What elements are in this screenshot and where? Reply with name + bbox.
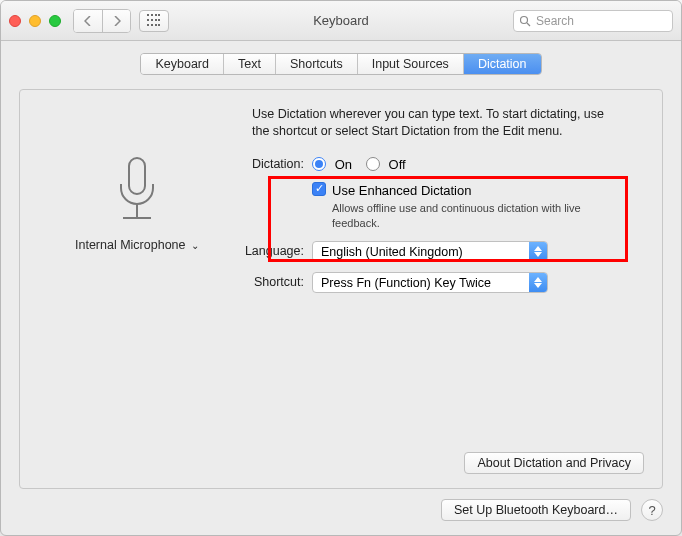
dictation-off-label: Off [389, 157, 406, 172]
dictation-panel: Use Dictation wherever you can type text… [19, 89, 663, 489]
shortcut-label: Shortcut: [232, 272, 312, 289]
enhanced-dictation-desc: Allows offline use and continuous dictat… [332, 201, 622, 231]
select-arrows-icon [529, 242, 547, 261]
back-button[interactable] [74, 10, 102, 32]
shortcut-value: Press Fn (Function) Key Twice [313, 276, 529, 290]
bluetooth-keyboard-button[interactable]: Set Up Bluetooth Keyboard… [441, 499, 631, 521]
tab-bar: Keyboard Text Shortcuts Input Sources Di… [19, 53, 663, 75]
search-wrap [513, 10, 673, 32]
tab-keyboard[interactable]: Keyboard [141, 54, 224, 74]
chevron-down-icon: ⌄ [191, 240, 199, 251]
dictation-label: Dictation: [232, 154, 312, 171]
microphone-label: Internal Microphone [75, 238, 185, 252]
dictation-on-label: On [335, 157, 352, 172]
enhanced-dictation-label: Use Enhanced Dictation [332, 182, 622, 200]
microphone-select[interactable]: Internal Microphone ⌄ [42, 238, 232, 252]
chevron-left-icon [84, 16, 92, 26]
titlebar: Keyboard [1, 1, 681, 41]
bottom-bar: Set Up Bluetooth Keyboard… ? [19, 489, 663, 521]
shortcut-select[interactable]: Press Fn (Function) Key Twice [312, 272, 548, 293]
chevron-right-icon [113, 16, 121, 26]
maximize-icon[interactable] [49, 15, 61, 27]
tab-text[interactable]: Text [224, 54, 276, 74]
grid-icon [147, 14, 161, 28]
dictation-off-radio[interactable] [366, 157, 380, 171]
svg-line-1 [527, 23, 530, 26]
minimize-icon[interactable] [29, 15, 41, 27]
tab-dictation[interactable]: Dictation [464, 54, 541, 74]
tab-shortcuts[interactable]: Shortcuts [276, 54, 358, 74]
dictation-on-radio[interactable] [312, 157, 326, 171]
svg-rect-2 [129, 158, 145, 194]
form-column: Dictation: On Off [232, 154, 640, 303]
tab-input-sources[interactable]: Input Sources [358, 54, 464, 74]
language-value: English (United Kingdom) [313, 245, 529, 259]
language-label: Language: [232, 241, 312, 258]
microphone-column: Internal Microphone ⌄ [42, 154, 232, 303]
nav-buttons [73, 9, 131, 33]
enhanced-dictation-checkbox[interactable]: ✓ [312, 182, 326, 196]
microphone-icon [109, 154, 165, 234]
select-arrows-icon [529, 273, 547, 292]
preferences-window: Keyboard Keyboard Text Shortcuts Input S… [0, 0, 682, 536]
svg-point-0 [521, 16, 528, 23]
intro-text: Use Dictation wherever you can type text… [252, 106, 620, 140]
search-icon [519, 15, 531, 27]
forward-button[interactable] [102, 10, 130, 32]
window-controls [9, 15, 61, 27]
content: Keyboard Text Shortcuts Input Sources Di… [1, 41, 681, 535]
help-button[interactable]: ? [641, 499, 663, 521]
language-select[interactable]: English (United Kingdom) [312, 241, 548, 262]
show-all-button[interactable] [139, 10, 169, 32]
about-dictation-button[interactable]: About Dictation and Privacy [464, 452, 644, 474]
close-icon[interactable] [9, 15, 21, 27]
search-input[interactable] [513, 10, 673, 32]
